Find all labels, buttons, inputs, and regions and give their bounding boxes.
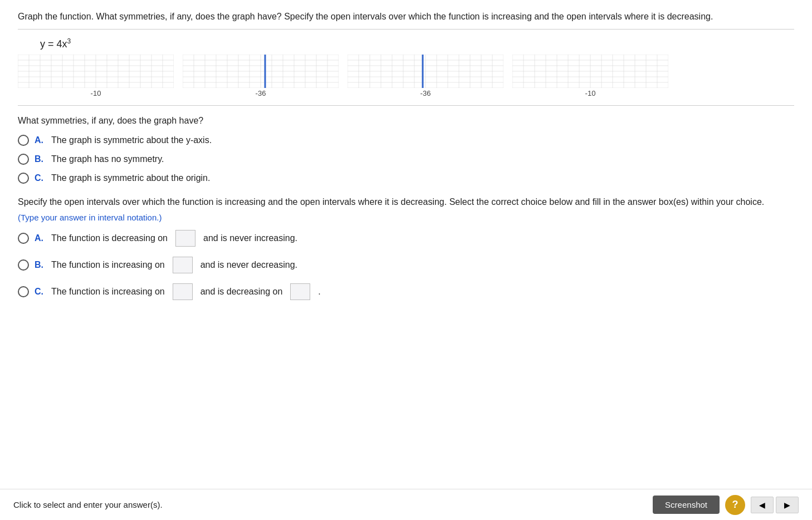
graphs-row: -10 — [18, 55, 794, 106]
specify-section: Specify the open intervals over which th… — [18, 195, 794, 209]
interval-text-a-before: The function is decreasing on — [51, 233, 168, 243]
graph-label-3: -36 — [420, 89, 431, 97]
symmetry-letter-a: A. — [35, 135, 46, 145]
interval-letter-c: C. — [35, 287, 46, 297]
equation-text: y = 4x3 — [40, 38, 71, 50]
top-header: Graph the function. What symmetries, if … — [18, 10, 794, 30]
symmetry-question: What symmetries, if any, does the graph … — [18, 116, 794, 126]
interval-hint[interactable]: (Type your answer in interval notation.) — [18, 213, 794, 222]
nav-buttons: ◀ ▶ — [751, 497, 799, 513]
graph-grid-3 — [348, 55, 503, 88]
graph-label-2: -36 — [256, 89, 266, 97]
nav-next-button[interactable]: ▶ — [776, 497, 799, 513]
graph-item-4[interactable]: -10 — [512, 55, 668, 97]
interval-input-c1[interactable] — [173, 283, 193, 300]
interval-radio-b[interactable] — [18, 259, 29, 271]
interval-radio-a[interactable] — [18, 233, 29, 244]
graph-grid-2 — [183, 55, 339, 88]
symmetry-letter-b: B. — [35, 154, 46, 164]
interval-radio-group: A. The function is decreasing on and is … — [18, 230, 794, 300]
help-button[interactable]: ? — [725, 495, 745, 515]
status-text: Click to select and enter your answer(s)… — [13, 500, 163, 509]
page-wrapper: Graph the function. What symmetries, if … — [0, 0, 812, 300]
symmetry-option-a[interactable]: A. The graph is symmetric about the y-ax… — [18, 135, 794, 146]
interval-text-c-after: . — [318, 287, 320, 297]
symmetry-text-a: The graph is symmetric about the y-axis. — [51, 135, 212, 145]
symmetry-radio-b[interactable] — [18, 154, 29, 165]
symmetry-option-c[interactable]: C. The graph is symmetric about the orig… — [18, 173, 794, 184]
header-text: Graph the function. What symmetries, if … — [18, 12, 713, 21]
symmetry-letter-c: C. — [35, 173, 46, 183]
interval-text-c-mid: and is decreasing on — [200, 287, 283, 297]
bottom-bar: Click to select and enter your answer(s)… — [0, 489, 812, 520]
equation-exponent: 3 — [67, 37, 71, 45]
interval-letter-b: B. — [35, 260, 46, 270]
graph-item-2[interactable]: -36 — [183, 55, 339, 97]
equation-block: y = 4x3 — [40, 37, 794, 50]
interval-text-b-before: The function is increasing on — [51, 260, 165, 270]
symmetry-option-b[interactable]: B. The graph has no symmetry. — [18, 154, 794, 165]
interval-option-b[interactable]: B. The function is increasing on and is … — [18, 257, 794, 273]
bottom-right: Screenshot ? ◀ ▶ — [653, 495, 799, 515]
interval-option-a[interactable]: A. The function is decreasing on and is … — [18, 230, 794, 247]
graph-label-1: -10 — [91, 89, 101, 97]
interval-input-a[interactable] — [175, 230, 195, 247]
interval-letter-a: A. — [35, 233, 46, 243]
symmetry-text-c: The graph is symmetric about the origin. — [51, 173, 210, 183]
graph-label-4: -10 — [585, 89, 596, 97]
symmetry-text-b: The graph has no symmetry. — [51, 154, 164, 164]
interval-input-c2[interactable] — [290, 283, 310, 300]
graph-item-1[interactable]: -10 — [18, 55, 174, 97]
interval-text-c-before: The function is increasing on — [51, 287, 165, 297]
symmetry-radio-a[interactable] — [18, 135, 29, 146]
specify-text: Specify the open intervals over which th… — [18, 197, 764, 207]
graph-grid-1 — [18, 55, 174, 88]
interval-text-b-after: and is never decreasing. — [200, 260, 297, 270]
graph-item-3[interactable]: -36 — [348, 55, 503, 97]
symmetry-radio-c[interactable] — [18, 173, 29, 184]
interval-text-a-after: and is never increasing. — [203, 233, 297, 243]
interval-input-b[interactable] — [173, 257, 193, 273]
screenshot-button[interactable]: Screenshot — [653, 496, 720, 514]
interval-option-c[interactable]: C. The function is increasing on and is … — [18, 283, 794, 300]
interval-radio-c[interactable] — [18, 286, 29, 297]
graph-grid-4 — [512, 55, 668, 88]
nav-prev-button[interactable]: ◀ — [751, 497, 774, 513]
symmetry-radio-group: A. The graph is symmetric about the y-ax… — [18, 135, 794, 184]
